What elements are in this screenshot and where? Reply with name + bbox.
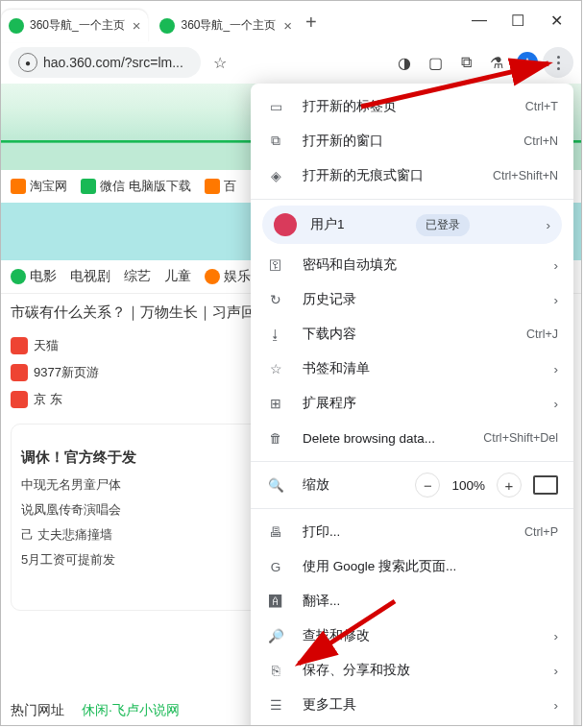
- trash-icon: 🗑: [266, 428, 285, 448]
- news-card[interactable]: ••• 调休！官方终于发 中现无名男童尸体 说凤凰传奇演唱会 己 丈夫悲痛撞墙 …: [11, 424, 285, 611]
- google-icon: G: [266, 557, 285, 576]
- zoom-out-button[interactable]: −: [415, 473, 440, 497]
- chevron-right-icon: ›: [554, 293, 559, 307]
- fullscreen-button[interactable]: [533, 475, 558, 495]
- menu-new-tab[interactable]: ▭ 打开新的标签页 Ctrl+T: [251, 89, 573, 124]
- menu-extensions[interactable]: ⊞ 扩展程序 ›: [251, 386, 573, 421]
- zoom-in-button[interactable]: +: [497, 473, 522, 497]
- site-link[interactable]: 9377新页游: [11, 364, 286, 381]
- chevron-right-icon: ›: [554, 362, 559, 376]
- nav-link[interactable]: 淘宝网: [11, 178, 67, 195]
- nav-link[interactable]: 百: [205, 178, 236, 195]
- translate-icon: 🅰: [266, 592, 285, 611]
- nav-link[interactable]: 综艺: [124, 268, 151, 285]
- nav-link[interactable]: 儿童: [164, 268, 191, 285]
- menu-google-search[interactable]: G 使用 Google 搜索此页面...: [251, 549, 573, 584]
- favicon-icon: [159, 18, 175, 34]
- browser-tab-1[interactable]: 360导航_一个主页 ×: [1, 10, 148, 42]
- nav-link[interactable]: 微信 电脑版下载: [81, 178, 191, 195]
- user-avatar-icon: [274, 213, 297, 236]
- search-icon: 🔎: [266, 626, 285, 645]
- menu-find[interactable]: 🔎 查找和修改 ›: [251, 619, 573, 653]
- menu-more-tools[interactable]: ☰ 更多工具 ›: [251, 688, 573, 722]
- address-bar[interactable]: ● hao.360.com/?src=lm...: [9, 47, 201, 78]
- labs-icon[interactable]: ⚗: [481, 47, 512, 78]
- bottom-tab[interactable]: 休闲·飞卢小说网: [82, 702, 180, 719]
- chrome-menu-button[interactable]: [543, 47, 573, 78]
- minimize-button[interactable]: —: [460, 1, 499, 39]
- url-text: hao.360.com/?src=lm...: [43, 55, 183, 70]
- close-window-button[interactable]: ✕: [537, 1, 575, 39]
- menu-delete-data[interactable]: 🗑 Delete browsing data... Ctrl+Shift+Del: [251, 421, 573, 455]
- menu-downloads[interactable]: ⭳ 下载内容 Ctrl+J: [251, 317, 573, 352]
- site-link[interactable]: 京 东: [11, 391, 286, 408]
- nav-link[interactable]: 电视剧: [70, 268, 110, 285]
- extension-icon-1[interactable]: ◑: [389, 47, 420, 78]
- history-icon: ↻: [266, 290, 285, 309]
- chevron-right-icon: ›: [546, 218, 550, 232]
- chevron-right-icon: ›: [554, 629, 559, 643]
- chrome-menu: ▭ 打开新的标签页 Ctrl+T ⧉ 打开新的窗口 Ctrl+N ◈ 打开新的无…: [251, 84, 573, 726]
- chevron-right-icon: ›: [554, 258, 559, 273]
- maximize-button[interactable]: ☐: [499, 1, 537, 39]
- new-tab-icon: ▭: [266, 97, 285, 116]
- profile-avatar[interactable]: [512, 47, 543, 78]
- star-icon: ☆: [266, 359, 285, 378]
- new-window-icon: ⧉: [266, 132, 285, 151]
- menu-history[interactable]: ↻ 历史记录 ›: [251, 282, 573, 317]
- puzzle-icon: ⊞: [266, 394, 285, 413]
- cast-icon: ⎘: [266, 661, 285, 680]
- download-icon: ⭳: [266, 325, 285, 344]
- menu-passwords[interactable]: ⚿ 密码和自动填充 ›: [251, 248, 573, 282]
- close-icon[interactable]: ×: [133, 17, 141, 34]
- site-link[interactable]: 天猫: [11, 337, 286, 354]
- menu-new-window[interactable]: ⧉ 打开新的窗口 Ctrl+N: [251, 124, 573, 158]
- menu-zoom: 🔍 缩放 − 100% +: [251, 468, 573, 502]
- key-icon: ⚿: [266, 255, 285, 275]
- login-status-badge: 已登录: [416, 214, 470, 236]
- chevron-right-icon: ›: [554, 664, 559, 678]
- site-info-icon[interactable]: ●: [18, 53, 37, 72]
- bottom-tab[interactable]: 热门网址: [11, 702, 64, 719]
- menu-user[interactable]: 用户1 已登录 ›: [262, 206, 562, 244]
- menu-bookmarks[interactable]: ☆ 书签和清单 ›: [251, 352, 573, 386]
- menu-incognito[interactable]: ◈ 打开新的无痕式窗口 Ctrl+Shift+N: [251, 158, 573, 193]
- browser-tab-2[interactable]: 360导航_一个主页 ×: [152, 10, 299, 42]
- menu-translate[interactable]: 🅰 翻译...: [251, 584, 573, 619]
- close-icon[interactable]: ×: [283, 17, 292, 34]
- incognito-icon: ◈: [266, 166, 285, 185]
- zoom-level: 100%: [451, 478, 485, 493]
- menu-cast[interactable]: ⎘ 保存、分享和投放 ›: [251, 653, 573, 688]
- extension-icon-3[interactable]: ⧉: [450, 47, 481, 78]
- new-tab-button[interactable]: +: [305, 12, 317, 34]
- extension-icon-2[interactable]: ▢: [420, 47, 450, 78]
- tab-label: 360导航_一个主页: [181, 17, 276, 34]
- nav-link[interactable]: 娱乐: [205, 268, 251, 285]
- nav-link[interactable]: 电影: [11, 268, 57, 285]
- tab-label: 360导航_一个主页: [30, 17, 125, 34]
- star-icon[interactable]: ☆: [205, 47, 235, 78]
- zoom-icon: 🔍: [266, 475, 285, 495]
- chevron-right-icon: ›: [554, 698, 559, 713]
- chevron-right-icon: ›: [554, 397, 559, 411]
- print-icon: 🖶: [266, 522, 285, 542]
- favicon-icon: [9, 18, 24, 34]
- tools-icon: ☰: [266, 695, 285, 715]
- menu-print[interactable]: 🖶 打印... Ctrl+P: [251, 515, 573, 549]
